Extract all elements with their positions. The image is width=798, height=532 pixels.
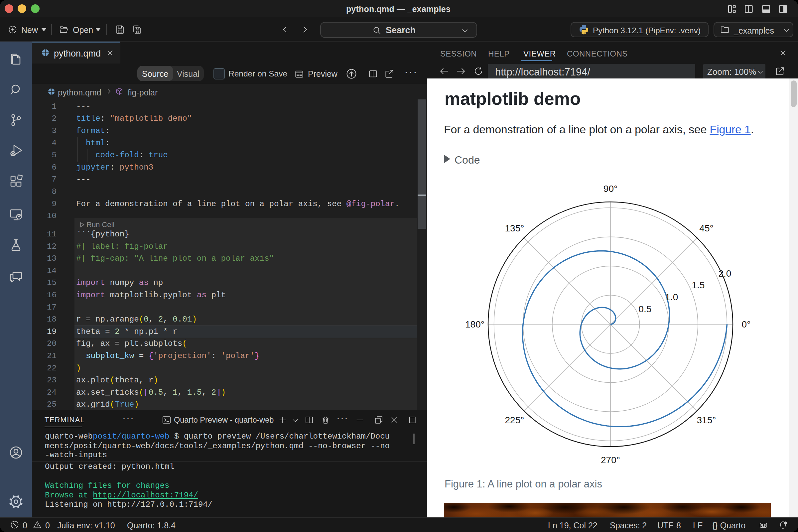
svg-text:225°: 225°	[505, 415, 524, 425]
svg-text:270°: 270°	[601, 455, 620, 465]
svg-text:0.5: 0.5	[639, 304, 651, 314]
svg-text:2.0: 2.0	[718, 268, 731, 279]
svg-text:135°: 135°	[505, 223, 524, 233]
svg-text:90°: 90°	[604, 184, 618, 194]
svg-text:1.5: 1.5	[691, 280, 705, 290]
svg-text:180°: 180°	[465, 319, 484, 329]
svg-text:0°: 0°	[742, 319, 751, 329]
svg-text:1.0: 1.0	[665, 292, 678, 302]
svg-text:315°: 315°	[697, 415, 716, 425]
svg-text:45°: 45°	[699, 223, 713, 233]
